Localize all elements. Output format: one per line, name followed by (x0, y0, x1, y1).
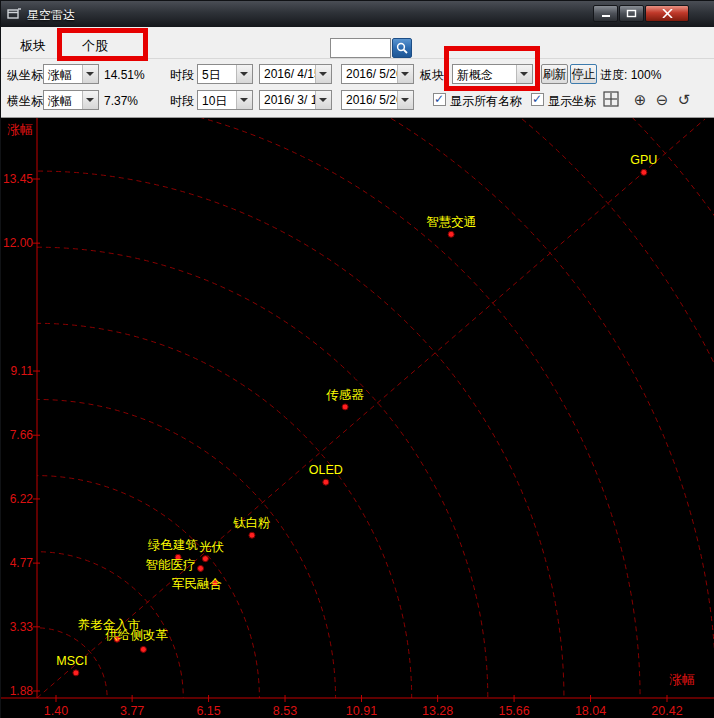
y-tick-label: 1.88 (10, 684, 34, 698)
diagonal-guide-line (37, 119, 705, 698)
x-axis-change-value: 7.37% (104, 94, 138, 108)
show-coords-checkbox[interactable] (531, 93, 544, 106)
start-date-picker-1[interactable]: 2016/ 4/15 (259, 64, 332, 84)
crosshair-mode-button[interactable] (602, 90, 620, 108)
grid-arc (1, 247, 488, 718)
grid-arc (1, 476, 259, 718)
x-axis-metric-select[interactable]: 涨幅 (43, 90, 99, 110)
period-label-1: 时段 (170, 68, 194, 82)
window-title: 星空雷达 (27, 7, 75, 24)
y-axis-change-value: 14.51% (104, 68, 145, 82)
chart-point-label: 供给侧改革 (105, 628, 168, 642)
tab-stock[interactable]: 个股 (71, 35, 119, 57)
titlebar: 星空雷达 (1, 1, 714, 27)
chart-point-label: MSCI (56, 654, 87, 668)
search-icon (396, 42, 408, 54)
chart-point-label: 智能医疗 (146, 558, 196, 572)
show-all-names-label: 显示所有名称 (450, 94, 522, 108)
x-axis-title: 涨幅 (669, 672, 695, 687)
chart-point[interactable] (73, 670, 79, 676)
maximize-icon (626, 9, 637, 18)
chart-canvas[interactable]: 1.403.776.158.5310.9113.2815.6618.0420.4… (1, 118, 714, 718)
x-tick-label: 8.53 (273, 704, 297, 718)
chevron-down-icon (397, 91, 413, 109)
x-axis-label: 横坐标 (7, 94, 43, 108)
minimize-button[interactable] (593, 5, 618, 22)
chart-point-label: 光伏 (199, 540, 225, 554)
chart-point-label: 军民融合 (172, 577, 222, 591)
period-select-1[interactable]: 5日 (197, 64, 253, 84)
start-date-picker-2[interactable]: 2016/ 3/ 1 (259, 90, 332, 110)
toolbar: 板块 个股 纵坐标 涨幅 14.51% 时段 5日 2016/ 4/15 201… (1, 27, 714, 118)
sector-label: 板块 (420, 68, 444, 82)
chart-point-label: 智慧交通 (426, 215, 476, 229)
y-tick-label: 3.33 (10, 620, 34, 634)
chart-point[interactable] (249, 532, 255, 538)
y-axis-label: 纵坐标 (7, 68, 43, 82)
y-axis-title: 涨幅 (7, 122, 33, 137)
search-input[interactable] (330, 38, 391, 58)
chart-point[interactable] (202, 556, 208, 562)
y-tick-label: 9.11 (11, 364, 34, 378)
show-coords-label: 显示坐标 (548, 94, 596, 108)
concept-select[interactable]: 新概念 (452, 64, 533, 84)
end-date-picker-2[interactable]: 2016/ 5/26 (341, 90, 414, 110)
y-tick-label: 4.77 (10, 556, 34, 570)
chart-point[interactable] (342, 404, 348, 410)
chart-point-label: 绿色建筑 (148, 538, 198, 552)
chart-point-label: 传感器 (326, 388, 364, 402)
chart-point[interactable] (140, 646, 146, 652)
reset-view-icon: ↺ (678, 91, 691, 108)
app-icon (7, 7, 21, 21)
y-tick-label: 12.00 (3, 236, 33, 250)
tab-divider (1, 58, 714, 59)
zoom-in-button[interactable]: ⊕ (631, 90, 649, 108)
tab-sector[interactable]: 板块 (9, 35, 57, 57)
x-tick-label: 18.04 (575, 704, 606, 718)
progress-text: 进度: 100% (600, 68, 661, 82)
chart-point-label: GPU (630, 153, 657, 167)
search-button[interactable] (392, 38, 412, 58)
refresh-button[interactable]: 刷新 (541, 64, 568, 84)
chevron-down-icon (82, 91, 98, 109)
x-tick-label: 13.28 (422, 704, 453, 718)
chart-point[interactable] (323, 479, 329, 485)
chevron-down-icon (236, 91, 252, 109)
minimize-icon (601, 9, 611, 18)
period-label-2: 时段 (170, 94, 194, 108)
x-tick-label: 10.91 (346, 704, 377, 718)
grid-arc (1, 171, 564, 718)
zoom-out-icon: ⊖ (656, 91, 669, 108)
chart-point[interactable] (448, 231, 454, 237)
chevron-down-icon (315, 65, 331, 83)
zoom-in-icon: ⊕ (634, 91, 647, 108)
x-tick-label: 6.15 (196, 704, 220, 718)
scatter-chart[interactable]: 1.403.776.158.5310.9113.2815.6618.0420.4… (1, 118, 714, 718)
y-tick-label: 7.66 (10, 428, 34, 442)
maximize-button[interactable] (619, 5, 644, 22)
x-tick-label: 3.77 (120, 704, 144, 718)
crosshair-icon (603, 91, 619, 107)
chart-point[interactable] (641, 169, 647, 175)
reset-view-button[interactable]: ↺ (675, 90, 693, 108)
chart-point-label: 钛白粉 (232, 516, 271, 530)
chart-point-label: OLED (309, 463, 343, 477)
chevron-down-icon (516, 65, 532, 83)
chevron-down-icon (82, 65, 98, 83)
app-window: 星空雷达 板块 个股 纵坐标 涨幅 (0, 0, 714, 718)
x-tick-label: 15.66 (498, 704, 529, 718)
stop-button[interactable]: 停止 (570, 64, 597, 84)
x-tick-label: 1.40 (44, 704, 68, 718)
close-button[interactable] (645, 5, 689, 22)
y-axis-metric-select[interactable]: 涨幅 (43, 64, 99, 84)
chevron-down-icon (236, 65, 252, 83)
period-select-2[interactable]: 10日 (197, 90, 253, 110)
close-icon (662, 9, 673, 18)
zoom-out-button[interactable]: ⊖ (653, 90, 671, 108)
show-all-names-checkbox[interactable] (433, 93, 446, 106)
chart-point[interactable] (198, 565, 204, 571)
chevron-down-icon (397, 65, 413, 83)
end-date-picker-1[interactable]: 2016/ 5/26 (341, 64, 414, 84)
x-tick-label: 20.42 (651, 704, 682, 718)
y-tick-label: 6.22 (10, 492, 34, 506)
